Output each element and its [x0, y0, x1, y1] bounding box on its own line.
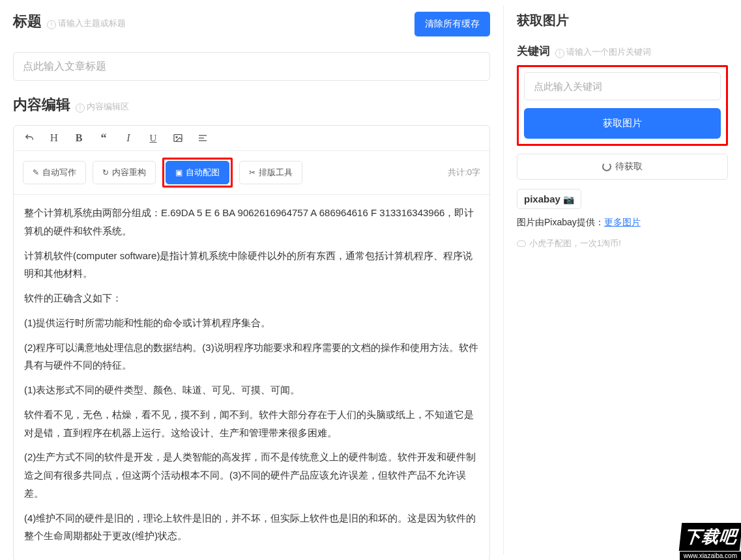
align-left-icon[interactable] [196, 131, 209, 145]
info-icon: ! [76, 104, 85, 113]
pixabay-label: pixabay [524, 193, 560, 204]
underline-icon[interactable]: U [147, 131, 160, 145]
content-hint: !内容编辑区 [76, 101, 129, 113]
paragraph: (2)程序可以满意地处理信息的数据结构。(3)说明程序功能要求和程序需要的文档的… [24, 339, 479, 375]
provider-text: 图片由Pixabay提供：更多图片 [517, 217, 728, 229]
get-image-button[interactable]: 获取图片 [524, 108, 721, 139]
auto-write-button[interactable]: ✎自动写作 [23, 161, 86, 184]
keyword-header: 关键词 !请输入一个图片关键词 [517, 44, 728, 59]
bold-icon[interactable]: B [72, 131, 85, 145]
word-count: 共计:0字 [448, 167, 480, 178]
pencil-icon: ✎ [33, 168, 39, 177]
action-toolbar: ✎自动写作 ↻内容重构 ▣自动配图 ✂排版工具 共计:0字 [14, 151, 489, 195]
watermark: 下载吧 www.xiazaiba.com [650, 514, 741, 560]
camera-icon: 📷 [563, 194, 574, 204]
loading-icon [602, 162, 611, 171]
highlight-auto-image: ▣自动配图 [162, 158, 233, 188]
main-column: 标题 !请输入主题或标题 清除所有缓存 内容编辑 !内容编辑区 H B “ I [0, 0, 503, 560]
paragraph: (1)表达形式不同的硬件类型、颜色、味道、可见、可摸、可闻。 [24, 381, 479, 399]
clear-cache-button[interactable]: 清除所有缓存 [414, 12, 490, 36]
paragraph: 整个计算机系统由两部分组成：E.69DA 5 E 6 BA 9062616964… [24, 204, 479, 240]
info-icon: ! [555, 49, 564, 58]
watermark-url: www.xiazaiba.com [680, 552, 741, 560]
italic-icon[interactable]: I [122, 131, 135, 145]
restructure-button[interactable]: ↻内容重构 [93, 161, 156, 184]
highlight-keyword-area: 获取图片 [517, 65, 728, 146]
refresh-icon: ↻ [102, 168, 109, 177]
layout-tool-button[interactable]: ✂排版工具 [239, 161, 302, 184]
paragraph: (4)维护不同的硬件是旧的，理论上软件是旧的，并不坏，但实际上软件也是旧的和坏的… [24, 509, 479, 546]
cloud-icon [517, 240, 526, 247]
picture-icon: ▣ [175, 168, 182, 177]
tool-icon: ✂ [249, 168, 255, 177]
paragraph: 计算机软件(computer software)是指计算机系统中除硬件以外的所有… [24, 247, 479, 283]
quote-icon[interactable]: “ [97, 131, 110, 145]
paragraph: 软件的正确含义如下： [24, 289, 479, 307]
keyword-hint: !请输入一个图片关键词 [555, 46, 651, 58]
pending-text: 待获取 [615, 161, 643, 173]
paragraph: 软件看不见，无色，枯燥，看不见，摸不到，闻不到。软件大部分存在于人们的头脑或纸上… [24, 406, 479, 442]
editor-body[interactable]: 整个计算机系统由两部分组成：E.69DA 5 E 6 BA 9062616964… [14, 195, 489, 560]
pending-status: 待获取 [517, 154, 728, 180]
footer-note: 小虎子配图，一次1淘币! [517, 238, 728, 249]
title-section-header: 标题 !请输入主题或标题 [13, 12, 126, 31]
paragraph: (2)生产方式不同的软件是开发，是人类智能的高发挥，而不是传统意义上的硬件制造。… [24, 448, 479, 502]
content-label: 内容编辑 [13, 95, 70, 115]
image-icon[interactable] [171, 131, 184, 145]
more-images-link[interactable]: 更多图片 [604, 217, 641, 227]
info-icon: ! [47, 20, 56, 29]
paragraph: (1)提供运行时所需功能和性能的命令或计算机程序集合。 [24, 314, 479, 332]
heading-icon[interactable]: H [48, 131, 61, 145]
title-header-row: 标题 !请输入主题或标题 清除所有缓存 [13, 12, 490, 42]
pixabay-badge: pixabay 📷 [517, 189, 581, 209]
title-hint: !请输入主题或标题 [47, 18, 126, 29]
watermark-logo: 下载吧 [679, 523, 741, 551]
article-title-input[interactable] [13, 52, 490, 81]
editor-box: H B “ I U ✎自动写作 ↻内容重构 ▣自动配图 ✂排版工具 共 [13, 125, 490, 560]
keyword-label: 关键词 [517, 44, 550, 59]
svg-point-1 [176, 137, 177, 138]
keyword-input[interactable] [524, 72, 721, 100]
get-image-title: 获取图片 [517, 12, 728, 29]
content-section: 内容编辑 !内容编辑区 H B “ I U [13, 95, 490, 560]
format-toolbar: H B “ I U [14, 126, 489, 151]
auto-image-button[interactable]: ▣自动配图 [166, 161, 229, 184]
side-column: 获取图片 关键词 !请输入一个图片关键词 获取图片 待获取 pixabay 📷 … [504, 0, 741, 560]
title-label: 标题 [13, 12, 42, 31]
content-section-header: 内容编辑 !内容编辑区 [13, 95, 490, 115]
undo-icon[interactable] [23, 131, 36, 145]
